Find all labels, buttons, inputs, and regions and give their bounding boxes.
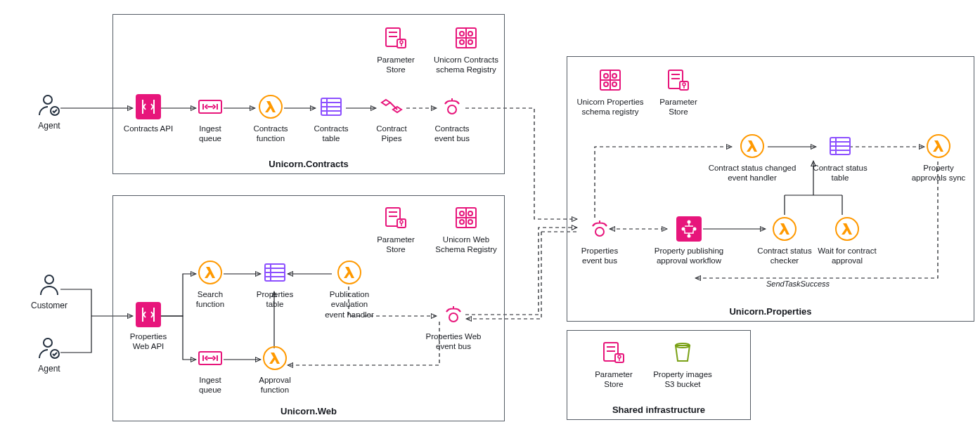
lambda-icon	[834, 216, 860, 242]
svg-point-57	[449, 313, 458, 322]
lambda-icon	[740, 133, 765, 159]
svg-point-84	[595, 228, 604, 236]
lambda-icon	[258, 94, 283, 119]
node-pub-eval-handler: Publication evaluation event handler	[318, 260, 381, 320]
svg-point-67	[460, 220, 464, 224]
node-label: Properties event bus	[568, 246, 631, 266]
node-props-event-bus: Properties event bus	[568, 216, 631, 266]
sqs-icon	[198, 94, 223, 119]
lambda-icon	[926, 133, 951, 159]
svg-point-20	[44, 96, 52, 104]
svg-point-73	[612, 74, 617, 78]
svg-point-65	[460, 211, 464, 216]
svg-point-88	[693, 228, 697, 231]
box-title: Unicorn.Contracts	[113, 159, 504, 169]
node-approvals-sync: Property approvals sync	[907, 133, 970, 183]
lambda-icon	[772, 216, 797, 242]
node-props-param: Parameter Store	[647, 67, 710, 117]
node-contract-pipes: Contract Pipes	[360, 94, 423, 144]
svg-rect-25	[136, 94, 161, 119]
node-label: Wait for contract approval	[808, 246, 886, 266]
actor-label: Customer	[21, 301, 77, 311]
eventbridge-icon	[587, 216, 612, 242]
actor-customer: Customer	[21, 272, 77, 311]
api-gateway-icon	[136, 302, 161, 327]
node-label: Contracts event bus	[420, 124, 484, 144]
api-gateway-icon	[136, 94, 161, 119]
svg-point-86	[688, 221, 691, 224]
svg-point-33	[448, 105, 456, 114]
svg-point-87	[682, 228, 685, 231]
lambda-icon	[262, 346, 288, 371]
node-properties-web-api: Properties Web API	[117, 302, 180, 352]
dynamodb-icon	[262, 260, 288, 285]
node-label: Properties Web API	[117, 331, 180, 352]
node-param-store-web: Parameter Store	[364, 205, 427, 255]
svg-rect-47	[136, 302, 161, 327]
actor-agent-bottom: Agent	[21, 336, 77, 374]
node-search-function: Search function	[179, 260, 242, 310]
node-label: Search function	[179, 289, 242, 310]
node-label: Unicorn Properties schema registry	[568, 97, 652, 117]
parameter-store-icon	[666, 67, 691, 93]
eventbridge-pipes-icon	[379, 94, 404, 119]
node-label: Properties table	[243, 289, 307, 310]
node-s3-bucket: Property images S3 bucket	[644, 340, 721, 390]
node-label: Ingest queue	[179, 375, 242, 395]
node-web-event-bus: Properties Web event bus	[415, 302, 492, 352]
user-check-icon	[37, 336, 62, 361]
lambda-icon	[337, 260, 362, 285]
node-publishing-workflow: Property publishing approval workflow	[647, 216, 731, 266]
node-label: Properties Web event bus	[415, 331, 492, 352]
svg-point-89	[688, 235, 691, 238]
svg-point-23	[44, 338, 52, 347]
node-label: Contract status table	[801, 163, 879, 183]
node-label: Property approvals sync	[907, 163, 970, 183]
node-param-store-contracts: Parameter Store	[364, 25, 427, 75]
node-label: Parameter Store	[364, 235, 427, 255]
node-ingest-queue: Ingest queue	[179, 94, 242, 144]
dynamodb-icon	[318, 94, 344, 119]
node-label: Approval function	[243, 375, 307, 395]
svg-point-42	[468, 32, 472, 36]
node-approval-function: Approval function	[243, 346, 307, 395]
node-properties-table: Properties table	[243, 260, 307, 310]
node-status-changed-handler: Contract status changed event handler	[703, 133, 801, 183]
node-label: Property publishing approval workflow	[647, 246, 731, 266]
node-contracts-api: Contracts API	[117, 94, 180, 133]
node-label: Contracts API	[117, 124, 180, 133]
svg-point-66	[468, 211, 472, 216]
box-title: Unicorn.Properties	[567, 306, 974, 317]
sqs-icon	[198, 346, 223, 371]
node-label: Unicorn Contracts schema Registry	[427, 55, 505, 75]
parameter-store-icon	[383, 205, 408, 230]
node-label: Publication evaluation event handler	[318, 289, 381, 320]
user-icon	[37, 272, 62, 298]
lambda-icon	[198, 260, 223, 285]
dynamodb-icon	[827, 133, 853, 159]
actor-label: Agent	[21, 364, 77, 374]
node-shared-param: Parameter Store	[582, 340, 645, 390]
parameter-store-icon	[601, 340, 626, 365]
box-title: Unicorn.Web	[113, 406, 504, 416]
svg-point-43	[460, 40, 464, 44]
schema-registry-icon	[453, 25, 479, 51]
node-label: Unicorn Web Schema Registry	[427, 235, 505, 255]
node-label: Ingest queue	[179, 124, 242, 144]
node-props-schema: Unicorn Properties schema registry	[568, 67, 652, 117]
eventbridge-icon	[439, 94, 465, 119]
node-label: Contract status changed event handler	[703, 163, 801, 183]
svg-rect-85	[676, 216, 702, 242]
parameter-store-icon	[383, 25, 408, 51]
node-status-table: Contract status table	[801, 133, 879, 183]
actor-agent-top: Agent	[21, 93, 77, 131]
node-schema-contracts: Unicorn Contracts schema Registry	[427, 25, 505, 75]
s3-bucket-icon	[670, 340, 695, 365]
node-label: Contracts table	[299, 124, 363, 144]
node-label: Contract Pipes	[360, 124, 423, 144]
schema-registry-icon	[598, 67, 623, 93]
node-contracts-function: Contracts function	[239, 94, 302, 144]
box-title: Shared infrastructure	[567, 405, 750, 415]
node-wait-contract-approval: Wait for contract approval	[808, 216, 886, 266]
node-label: Property images S3 bucket	[644, 369, 721, 390]
